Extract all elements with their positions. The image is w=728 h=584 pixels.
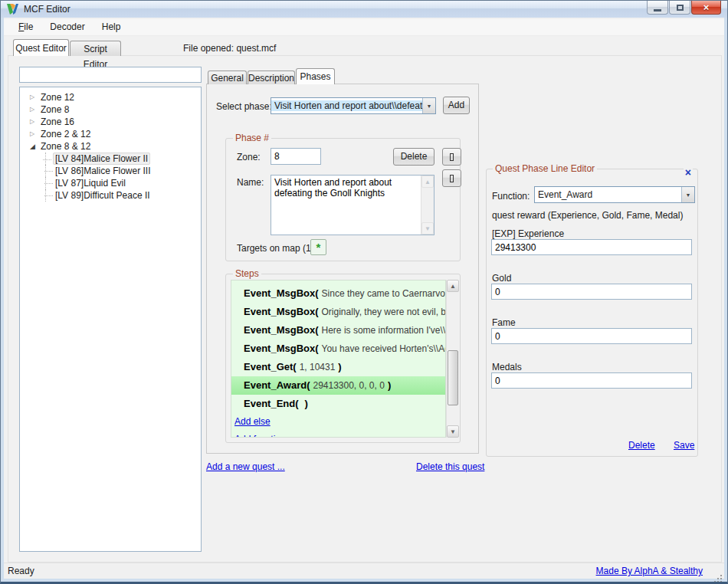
close-button[interactable]: × [691,1,721,15]
tree-node-quest-lv84[interactable]: [LV 84]Malice Flower II [20,153,201,165]
move-down-icon [450,175,454,182]
tab-quest-editor[interactable]: Quest Editor [13,39,69,56]
phase-name-textarea[interactable]: Visit Horten and report about defeating … [271,176,421,235]
steps-group-title: Steps [233,268,261,279]
add-else-link[interactable]: Add else [234,416,271,427]
scroll-up-icon[interactable]: ▲ [447,280,459,292]
move-up-button[interactable] [442,148,461,166]
window-title: MCF Editor [24,4,71,15]
delete-phase-button[interactable]: Delete [393,148,435,166]
step-row-selected[interactable]: Event_Award(29413300, 0, 0, 0) [231,376,445,395]
move-up-icon [450,153,454,161]
resize-grip-icon[interactable] [720,575,722,576]
menu-help[interactable]: Help [93,19,130,35]
targets-icon: * [316,241,321,254]
zone-input[interactable] [271,148,321,165]
phase-select-combobox[interactable]: Visit Horten and report about\\defeating… [271,97,436,114]
steps-list: Event_MsgBox(Since they came to Caernarv… [231,280,446,438]
menu-bar: File Decoder Help [4,19,724,36]
minimize-button[interactable] [647,1,668,15]
function-description: quest reward (Experience, Gold, Fame, Me… [492,210,683,221]
add-new-quest-link[interactable]: Add a new quest ... [206,461,285,472]
fame-label: Fame [492,317,516,328]
fame-input[interactable] [491,328,692,344]
tree-node-zone2-12[interactable]: ▷ Zone 2 & 12 [20,128,201,140]
medals-input[interactable] [491,372,692,389]
step-row[interactable]: Event_MsgBox(Originally, they were not e… [231,303,445,321]
targets-on-map-button[interactable]: * [310,239,326,255]
tree-node-quest-lv86[interactable]: [LV 86]Malice Flower III [20,165,201,177]
add-else-link-row: Add else [231,413,445,431]
maximize-icon [677,5,684,11]
line-delete-link[interactable]: Delete [628,440,655,451]
tab-phases[interactable]: Phases [296,68,335,84]
status-text: Ready [8,566,34,576]
medals-label: Medals [492,362,522,372]
scroll-down-icon[interactable]: ▼ [447,425,459,438]
step-row[interactable]: Event_MsgBox(Here is some information I'… [231,321,445,340]
menu-decoder[interactable]: Decoder [41,19,93,35]
gold-input[interactable] [491,284,692,300]
collapse-arrow-icon[interactable]: ▷ [30,128,39,140]
experience-label: [EXP] Experience [492,228,564,239]
scroll-down-icon: ▼ [421,222,434,235]
step-row[interactable]: Event_MsgBox(You have received Horten's\… [231,340,445,358]
phase-group-title: Phase # [233,133,271,143]
function-combobox[interactable]: Event_Award ▼ [534,186,695,203]
step-row[interactable]: Event_MsgBox(Since they came to Caernarv… [231,284,445,303]
tree-node-zone12[interactable]: ▷ Zone 12 [20,91,201,103]
tree-node-zone8-12[interactable]: ◢ Zone 8 & 12 [20,140,201,153]
phase-name-field: Visit Horten and report about defeating … [271,175,435,235]
tab-script-editor[interactable]: Script Editor [70,41,121,56]
collapse-arrow-icon[interactable]: ▷ [30,116,39,128]
title-bar[interactable]: MCF Editor × [1,1,727,18]
tree-node-zone8[interactable]: ▷ Zone 8 [20,103,201,116]
collapse-arrow-icon[interactable]: ▷ [30,103,39,116]
select-phase-label: Select phase: [216,101,272,112]
tab-general[interactable]: General [208,71,247,84]
close-icon: × [692,2,720,13]
dropdown-arrow-icon: ▼ [422,98,435,113]
file-opened-label: File opened: quest.mcf [183,43,276,54]
delete-this-quest-link[interactable]: Delete this quest [416,461,484,472]
quest-tree: ▷ Zone 12 ▷ Zone 8 ▷ Zone 16 ▷ Zone 2 & … [19,87,202,552]
add-phase-button[interactable]: Add [443,97,470,114]
tree-guide-line [45,153,46,165]
credit-link[interactable]: Made By AlphA & Stealthy [596,566,703,576]
status-bar: Ready Made By AlphA & Stealthy [4,563,724,579]
mcf-editor-window: MCF Editor × File Decoder Help Quest Edi… [0,0,728,584]
add-function-link[interactable]: Add function [234,434,286,438]
move-down-button[interactable] [442,169,461,187]
tree-node-quest-lv89[interactable]: [LV 89]Difficult Peace II [20,189,201,202]
menu-file[interactable]: File [10,19,41,35]
targets-on-map-label: Targets on map (1) [237,243,314,254]
app-icon [6,3,19,15]
scroll-up-icon: ▲ [421,176,434,188]
function-label: Function: [492,191,530,202]
search-input[interactable] [19,67,202,83]
collapse-arrow-icon[interactable]: ▷ [30,91,39,103]
tree-node-quest-lv87[interactable]: [LV 87]Liquid Evil [20,177,201,189]
tab-description[interactable]: Description [248,71,295,84]
line-save-link[interactable]: Save [674,440,694,451]
step-row[interactable]: Event_Get(1, 10431) [231,358,445,376]
name-label: Name: [237,177,264,188]
scrollbar-thumb[interactable] [448,350,458,405]
add-function-link-row: Add function [231,431,445,438]
tree-node-zone16[interactable]: ▷ Zone 16 [20,116,201,128]
zone-label: Zone: [237,152,261,162]
minimize-icon [654,9,661,11]
step-row[interactable]: Event_End() [231,395,445,413]
experience-input[interactable] [491,239,692,255]
close-panel-icon[interactable]: × [684,166,693,179]
dropdown-arrow-icon: ▼ [681,187,694,202]
expand-arrow-icon[interactable]: ◢ [30,140,39,153]
gold-label: Gold [492,273,511,284]
name-scrollbar[interactable]: ▲ ▼ [421,176,434,235]
maximize-button[interactable] [669,1,690,15]
steps-scrollbar[interactable]: ▲ ▼ [446,280,459,438]
line-editor-title: Quest Phase Line Editor [493,163,597,174]
